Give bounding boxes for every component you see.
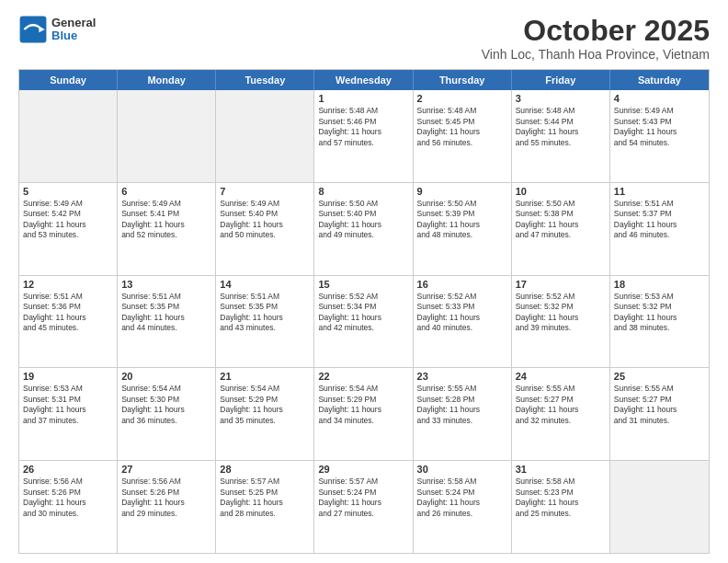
calendar-cell: 6Sunrise: 5:49 AM Sunset: 5:41 PM Daylig…	[118, 183, 216, 275]
calendar-cell: 23Sunrise: 5:55 AM Sunset: 5:28 PM Dayli…	[414, 368, 512, 460]
calendar-cell: 26Sunrise: 5:56 AM Sunset: 5:26 PM Dayli…	[19, 461, 118, 553]
calendar-cell: 20Sunrise: 5:54 AM Sunset: 5:30 PM Dayli…	[118, 368, 216, 460]
day-info: Sunrise: 5:48 AM Sunset: 5:44 PM Dayligh…	[516, 106, 606, 148]
day-info: Sunrise: 5:48 AM Sunset: 5:45 PM Dayligh…	[417, 106, 507, 148]
day-info: Sunrise: 5:50 AM Sunset: 5:39 PM Dayligh…	[417, 199, 507, 241]
logo-blue-text: Blue	[51, 29, 96, 42]
day-info: Sunrise: 5:54 AM Sunset: 5:29 PM Dayligh…	[318, 384, 408, 426]
day-number: 25	[614, 371, 705, 382]
day-info: Sunrise: 5:49 AM Sunset: 5:42 PM Dayligh…	[23, 199, 113, 241]
day-number: 9	[417, 186, 507, 197]
day-info: Sunrise: 5:49 AM Sunset: 5:43 PM Dayligh…	[614, 106, 705, 148]
calendar-cell: 17Sunrise: 5:52 AM Sunset: 5:32 PM Dayli…	[512, 276, 610, 368]
day-number: 24	[516, 371, 606, 382]
day-number: 10	[516, 186, 606, 197]
day-number: 21	[220, 371, 310, 382]
calendar-cell: 4Sunrise: 5:49 AM Sunset: 5:43 PM Daylig…	[610, 90, 709, 182]
day-info: Sunrise: 5:55 AM Sunset: 5:27 PM Dayligh…	[516, 384, 606, 426]
day-number: 6	[121, 186, 211, 197]
day-number: 19	[23, 371, 113, 382]
page: General Blue October 2025 Vinh Loc, Than…	[0, 0, 728, 563]
header-day-tuesday: Tuesday	[216, 70, 314, 90]
calendar-cell: 3Sunrise: 5:48 AM Sunset: 5:44 PM Daylig…	[512, 90, 610, 182]
calendar-week-3: 12Sunrise: 5:51 AM Sunset: 5:36 PM Dayli…	[19, 275, 709, 368]
day-number: 5	[23, 186, 113, 197]
calendar-cell: 5Sunrise: 5:49 AM Sunset: 5:42 PM Daylig…	[19, 183, 118, 275]
day-number: 13	[121, 279, 211, 290]
day-number: 8	[318, 186, 408, 197]
day-info: Sunrise: 5:51 AM Sunset: 5:36 PM Dayligh…	[23, 292, 113, 334]
calendar-cell: 21Sunrise: 5:54 AM Sunset: 5:29 PM Dayli…	[216, 368, 314, 460]
day-number: 17	[516, 279, 606, 290]
logo-text: General Blue	[51, 17, 96, 43]
day-info: Sunrise: 5:57 AM Sunset: 5:24 PM Dayligh…	[318, 477, 408, 519]
calendar-cell: 25Sunrise: 5:55 AM Sunset: 5:27 PM Dayli…	[610, 368, 709, 460]
calendar-cell: 2Sunrise: 5:48 AM Sunset: 5:45 PM Daylig…	[414, 90, 512, 182]
day-info: Sunrise: 5:51 AM Sunset: 5:37 PM Dayligh…	[614, 199, 705, 241]
day-info: Sunrise: 5:55 AM Sunset: 5:28 PM Dayligh…	[417, 384, 507, 426]
day-number: 1	[318, 93, 408, 104]
calendar: SundayMondayTuesdayWednesdayThursdayFrid…	[18, 69, 710, 554]
day-info: Sunrise: 5:50 AM Sunset: 5:40 PM Dayligh…	[318, 199, 408, 241]
day-info: Sunrise: 5:50 AM Sunset: 5:38 PM Dayligh…	[516, 199, 606, 241]
calendar-cell	[610, 461, 709, 553]
day-info: Sunrise: 5:52 AM Sunset: 5:34 PM Dayligh…	[318, 292, 408, 334]
day-info: Sunrise: 5:48 AM Sunset: 5:46 PM Dayligh…	[318, 106, 408, 148]
day-info: Sunrise: 5:53 AM Sunset: 5:31 PM Dayligh…	[23, 384, 113, 426]
calendar-body: 1Sunrise: 5:48 AM Sunset: 5:46 PM Daylig…	[19, 90, 709, 553]
calendar-cell: 28Sunrise: 5:57 AM Sunset: 5:25 PM Dayli…	[216, 461, 314, 553]
calendar-cell: 14Sunrise: 5:51 AM Sunset: 5:35 PM Dayli…	[216, 276, 314, 368]
day-info: Sunrise: 5:51 AM Sunset: 5:35 PM Dayligh…	[121, 292, 211, 334]
day-number: 7	[220, 186, 310, 197]
calendar-cell: 30Sunrise: 5:58 AM Sunset: 5:24 PM Dayli…	[414, 461, 512, 553]
calendar-header: SundayMondayTuesdayWednesdayThursdayFrid…	[19, 70, 709, 90]
calendar-week-5: 26Sunrise: 5:56 AM Sunset: 5:26 PM Dayli…	[19, 460, 709, 553]
calendar-cell: 15Sunrise: 5:52 AM Sunset: 5:34 PM Dayli…	[314, 276, 413, 368]
day-info: Sunrise: 5:52 AM Sunset: 5:33 PM Dayligh…	[417, 292, 507, 334]
calendar-cell: 19Sunrise: 5:53 AM Sunset: 5:31 PM Dayli…	[19, 368, 118, 460]
day-number: 29	[318, 464, 408, 475]
day-info: Sunrise: 5:58 AM Sunset: 5:24 PM Dayligh…	[417, 477, 507, 519]
day-info: Sunrise: 5:55 AM Sunset: 5:27 PM Dayligh…	[614, 384, 705, 426]
day-number: 26	[23, 464, 113, 475]
day-number: 18	[614, 279, 705, 290]
calendar-cell: 7Sunrise: 5:49 AM Sunset: 5:40 PM Daylig…	[216, 183, 314, 275]
location: Vinh Loc, Thanh Hoa Province, Vietnam	[482, 47, 710, 62]
title-block: October 2025 Vinh Loc, Thanh Hoa Provinc…	[482, 15, 710, 62]
calendar-cell: 10Sunrise: 5:50 AM Sunset: 5:38 PM Dayli…	[512, 183, 610, 275]
day-number: 22	[318, 371, 408, 382]
day-info: Sunrise: 5:56 AM Sunset: 5:26 PM Dayligh…	[23, 477, 113, 519]
logo: General Blue	[18, 15, 96, 44]
day-info: Sunrise: 5:51 AM Sunset: 5:35 PM Dayligh…	[220, 292, 310, 334]
day-info: Sunrise: 5:49 AM Sunset: 5:41 PM Dayligh…	[121, 199, 211, 241]
month-title: October 2025	[482, 15, 710, 47]
day-number: 14	[220, 279, 310, 290]
logo-icon	[18, 15, 48, 44]
calendar-cell: 24Sunrise: 5:55 AM Sunset: 5:27 PM Dayli…	[512, 368, 610, 460]
calendar-cell: 9Sunrise: 5:50 AM Sunset: 5:39 PM Daylig…	[414, 183, 512, 275]
day-info: Sunrise: 5:57 AM Sunset: 5:25 PM Dayligh…	[220, 477, 310, 519]
calendar-week-1: 1Sunrise: 5:48 AM Sunset: 5:46 PM Daylig…	[19, 90, 709, 182]
day-info: Sunrise: 5:58 AM Sunset: 5:23 PM Dayligh…	[516, 477, 606, 519]
calendar-cell	[118, 90, 216, 182]
day-number: 3	[516, 93, 606, 104]
calendar-cell: 16Sunrise: 5:52 AM Sunset: 5:33 PM Dayli…	[414, 276, 512, 368]
calendar-cell: 11Sunrise: 5:51 AM Sunset: 5:37 PM Dayli…	[610, 183, 709, 275]
header-day-wednesday: Wednesday	[314, 70, 413, 90]
day-number: 28	[220, 464, 310, 475]
day-number: 20	[121, 371, 211, 382]
day-info: Sunrise: 5:52 AM Sunset: 5:32 PM Dayligh…	[516, 292, 606, 334]
calendar-cell: 18Sunrise: 5:53 AM Sunset: 5:32 PM Dayli…	[610, 276, 709, 368]
calendar-cell: 29Sunrise: 5:57 AM Sunset: 5:24 PM Dayli…	[314, 461, 413, 553]
day-number: 16	[417, 279, 507, 290]
calendar-cell: 1Sunrise: 5:48 AM Sunset: 5:46 PM Daylig…	[314, 90, 413, 182]
day-number: 30	[417, 464, 507, 475]
header-day-sunday: Sunday	[19, 70, 118, 90]
calendar-cell: 31Sunrise: 5:58 AM Sunset: 5:23 PM Dayli…	[512, 461, 610, 553]
day-number: 12	[23, 279, 113, 290]
day-number: 15	[318, 279, 408, 290]
calendar-week-2: 5Sunrise: 5:49 AM Sunset: 5:42 PM Daylig…	[19, 182, 709, 275]
calendar-cell: 13Sunrise: 5:51 AM Sunset: 5:35 PM Dayli…	[118, 276, 216, 368]
day-info: Sunrise: 5:54 AM Sunset: 5:29 PM Dayligh…	[220, 384, 310, 426]
day-number: 4	[614, 93, 705, 104]
